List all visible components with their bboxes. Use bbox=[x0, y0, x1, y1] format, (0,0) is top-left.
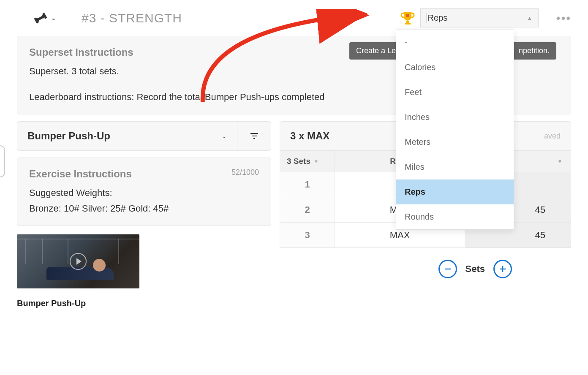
filter-icon bbox=[249, 131, 259, 141]
svg-rect-7 bbox=[406, 14, 409, 17]
dropdown-item-miles[interactable]: Miles bbox=[396, 155, 514, 179]
chevron-down-icon: ⌄ bbox=[222, 133, 227, 139]
exercise-header-row: Bumper Push-Up ⌄ bbox=[17, 121, 271, 151]
exercise-thumbnail-area: Bumper Push-Up bbox=[17, 234, 271, 308]
set-number: 3 bbox=[280, 223, 335, 247]
caret-down-icon: ▼ bbox=[314, 159, 318, 164]
set-number: 2 bbox=[280, 197, 335, 222]
exercise-instr-title: Exercise Instructions bbox=[29, 168, 259, 180]
svg-rect-6 bbox=[405, 23, 411, 24]
dumbbell-icon bbox=[34, 11, 47, 25]
dropdown-item-calories[interactable]: Calories bbox=[396, 55, 514, 80]
increase-sets-button[interactable] bbox=[493, 260, 512, 278]
col-header-sets[interactable]: 3 Sets ▼ bbox=[280, 151, 335, 172]
exercise-instructions-card: 52/1000 Exercise Instructions Suggested … bbox=[17, 158, 271, 226]
exercise-name: Bumper Push-Up bbox=[27, 130, 110, 142]
svg-rect-5 bbox=[406, 21, 409, 23]
char-count: 52/1000 bbox=[231, 168, 259, 177]
minus-icon bbox=[444, 265, 452, 273]
sets-title: 3 x MAX bbox=[290, 130, 329, 142]
caret-down-icon: ▼ bbox=[558, 159, 562, 164]
sets-controls: Sets bbox=[280, 260, 571, 278]
thumbnail-label: Bumper Push-Up bbox=[17, 299, 271, 308]
dropdown-item-reps[interactable]: Reps bbox=[396, 179, 514, 204]
tooltip-right: npetition. bbox=[512, 42, 556, 60]
set-number: 1 bbox=[280, 172, 335, 197]
saved-status: aved bbox=[544, 132, 561, 141]
dropdown-item-rounds[interactable]: Rounds bbox=[396, 204, 514, 229]
exercise-instr-line2: Bronze: 10# Silver: 25# Gold: 45# bbox=[29, 201, 259, 215]
sets-label: Sets bbox=[466, 264, 485, 274]
exercise-type-selector[interactable]: ⌄ bbox=[34, 11, 56, 25]
plus-icon bbox=[498, 265, 507, 273]
dropdown-item-meters[interactable]: Meters bbox=[396, 130, 514, 155]
dropdown-item-blank[interactable]: - bbox=[396, 30, 514, 55]
exercise-video-thumbnail[interactable] bbox=[17, 234, 139, 288]
chevron-down-icon: ⌄ bbox=[51, 14, 56, 22]
drag-handle[interactable] bbox=[0, 145, 5, 177]
section-title: #3 - STRENGTH bbox=[82, 11, 182, 25]
exercise-instr-line1: Suggested Weights: bbox=[29, 186, 259, 200]
left-column: Bumper Push-Up ⌄ 52/1000 Exercise Instru… bbox=[17, 121, 271, 308]
trophy-icon[interactable] bbox=[400, 11, 415, 26]
decrease-sets-button[interactable] bbox=[438, 260, 457, 278]
leaderboard-metric-select[interactable]: Reps ▲ bbox=[420, 8, 539, 27]
exercise-name-card[interactable]: Bumper Push-Up ⌄ bbox=[17, 121, 237, 151]
metric-dropdown-menu: - Calories Feet Inches Meters Miles Reps… bbox=[396, 30, 514, 230]
filter-button[interactable] bbox=[237, 121, 271, 151]
dropdown-item-feet[interactable]: Feet bbox=[396, 80, 514, 105]
dropdown-item-inches[interactable]: Inches bbox=[396, 105, 514, 130]
caret-up-icon: ▲ bbox=[527, 15, 532, 21]
select-value: Reps bbox=[427, 13, 448, 23]
play-icon bbox=[70, 253, 87, 270]
more-options-icon[interactable]: ••• bbox=[556, 11, 571, 25]
